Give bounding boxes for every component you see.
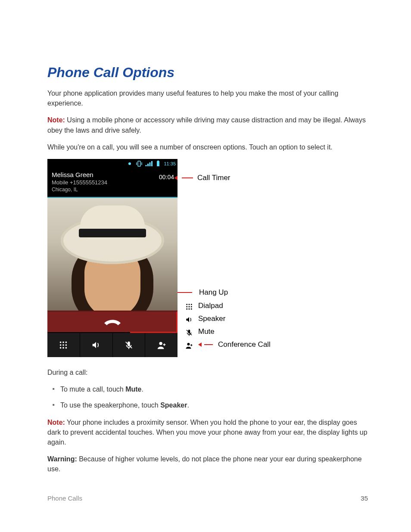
svg-point-23 <box>191 304 192 305</box>
svg-point-7 <box>63 342 65 343</box>
svg-point-29 <box>191 308 192 310</box>
battery-icon <box>154 160 162 168</box>
bullet-text: To use the speakerphone, touch <box>60 401 160 409</box>
legend-conference: Conference Call <box>185 338 271 351</box>
warning-speakerphone: Warning: Because of higher volume levels… <box>47 454 368 474</box>
svg-rect-5 <box>158 160 159 161</box>
note-text: Using a mobile phone or accessory while … <box>47 116 366 134</box>
dialpad-icon <box>185 302 193 310</box>
svg-point-33 <box>187 343 190 345</box>
gps-icon <box>126 160 134 168</box>
caller-location: Chicago, IL <box>52 187 173 193</box>
caller-name: Melissa Green <box>52 171 173 178</box>
legend-dialpad-label: Dialpad <box>198 299 223 312</box>
during-call-label: During a call: <box>47 367 368 377</box>
svg-point-22 <box>189 304 190 305</box>
dialpad-icon <box>59 340 68 350</box>
bullet-bold: Mute <box>125 386 141 393</box>
svg-point-25 <box>189 306 190 307</box>
note-label: Note: <box>47 419 65 426</box>
legend-speaker-label: Speaker <box>198 312 225 325</box>
page-footer: Phone Calls 35 <box>47 495 368 502</box>
mute-button[interactable] <box>112 333 145 357</box>
warning-text: Because of higher volume levels, do not … <box>47 455 362 473</box>
phone-mock: 11:35 Melissa Green Mobile +15555551234 … <box>47 159 177 357</box>
add-person-icon <box>185 341 193 348</box>
bullet-bold: Speaker <box>160 401 187 409</box>
document-page: Phone Call Options Your phone applicatio… <box>0 0 411 532</box>
call-timer: 00:04 <box>159 174 174 180</box>
caller-number: Mobile +15555551234 <box>52 179 173 186</box>
note-proximity: Note: Your phone includes a proximity se… <box>47 417 368 448</box>
svg-point-26 <box>191 306 192 307</box>
callout-hangup-label: Hang Up <box>199 288 228 297</box>
vibrate-icon <box>135 160 143 168</box>
svg-point-21 <box>186 304 187 305</box>
dialpad-button[interactable] <box>47 333 80 357</box>
intro-paragraph: Your phone application provides many use… <box>47 88 368 108</box>
status-time: 11:35 <box>164 161 176 166</box>
svg-point-13 <box>63 347 65 349</box>
svg-point-27 <box>186 308 187 310</box>
svg-point-6 <box>60 342 62 343</box>
speaker-icon <box>91 340 101 350</box>
svg-rect-1 <box>138 161 140 166</box>
list-item: To use the speakerphone, touch Speaker. <box>60 400 368 410</box>
speaker-button[interactable] <box>80 333 112 357</box>
callout-hangup: Hang Up <box>177 288 228 297</box>
mute-icon <box>124 340 134 350</box>
note-label: Note: <box>47 116 65 124</box>
legend-mute-label: Mute <box>198 325 215 338</box>
onscreen-options-paragraph: While you're on a call, you will see a n… <box>47 142 368 152</box>
bullet-text: To mute a call, touch <box>60 386 125 393</box>
svg-point-24 <box>186 306 187 307</box>
svg-point-0 <box>128 162 131 165</box>
svg-point-12 <box>60 347 62 349</box>
signal-icon <box>145 160 153 168</box>
legend-dialpad: Dialpad <box>185 299 271 312</box>
speaker-icon <box>185 315 193 323</box>
note-text: Your phone includes a proximity sensor. … <box>47 419 367 446</box>
legend-mute: Mute <box>185 325 271 338</box>
call-screen-figure: 11:35 Melissa Green Mobile +15555551234 … <box>47 159 368 357</box>
legend-speaker: Speaker <box>185 312 271 325</box>
callout-icon-legend: Dialpad Speaker Mute Conference Call <box>185 299 271 351</box>
warning-label: Warning: <box>47 455 77 463</box>
figure-callouts: Call Timer Hang Up Dialpad Speaker Mute <box>177 159 368 353</box>
list-item: To mute a call, touch Mute. <box>60 384 368 394</box>
svg-rect-4 <box>157 161 159 166</box>
callout-timer-label: Call Timer <box>197 174 230 182</box>
svg-point-18 <box>159 342 162 345</box>
mute-icon <box>185 328 193 336</box>
caller-photo <box>47 198 177 311</box>
svg-point-8 <box>65 342 67 343</box>
hangup-icon <box>103 317 122 327</box>
svg-point-11 <box>65 344 67 346</box>
footer-page-number: 35 <box>361 495 368 502</box>
page-title: Phone Call Options <box>47 65 368 81</box>
bullet-text: . <box>187 401 189 409</box>
callout-timer: Call Timer <box>174 174 230 182</box>
svg-point-9 <box>60 344 62 346</box>
footer-section: Phone Calls <box>47 495 82 502</box>
add-person-icon <box>157 340 166 350</box>
call-button-bar <box>47 333 177 357</box>
svg-point-14 <box>65 347 67 349</box>
note-driving: Note: Using a mobile phone or accessory … <box>47 115 368 135</box>
during-call-list: To mute a call, touch Mute. To use the s… <box>47 384 368 410</box>
bullet-text: . <box>142 386 143 393</box>
legend-conference-label: Conference Call <box>218 338 271 351</box>
add-call-button[interactable] <box>145 333 177 357</box>
status-bar: 11:35 <box>47 159 177 168</box>
call-header: Melissa Green Mobile +15555551234 Chicag… <box>47 168 177 198</box>
end-call-button[interactable] <box>47 311 177 333</box>
svg-point-10 <box>63 344 65 346</box>
svg-point-28 <box>189 308 190 310</box>
